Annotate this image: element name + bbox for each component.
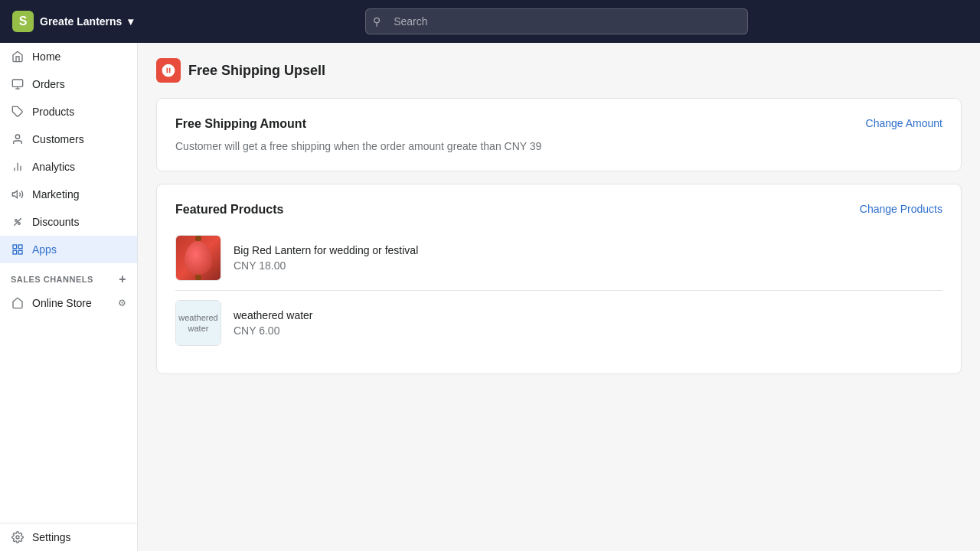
svg-rect-14: [18, 250, 22, 254]
svg-rect-12: [13, 245, 17, 249]
sidebar-item-orders[interactable]: Orders: [0, 70, 137, 98]
layout: Home Orders Products: [0, 43, 980, 551]
products-icon: [11, 105, 24, 119]
apps-icon: [11, 243, 24, 256]
product-thumbnail: weathered water: [175, 300, 221, 346]
svg-rect-0: [12, 80, 22, 86]
product-name: Big Red Lantern for wedding or festival: [234, 244, 942, 256]
sidebar-item-analytics[interactable]: Analytics: [0, 153, 137, 181]
online-store-label: Online Store: [32, 297, 92, 309]
search-icon: ⚲: [373, 15, 381, 28]
topbar: S Greate Lanterns ▾ ⚲: [0, 0, 980, 43]
sidebar-item-discounts[interactable]: Discounts: [0, 208, 137, 236]
svg-point-16: [16, 536, 19, 539]
sidebar-customers-label: Customers: [32, 133, 84, 145]
sidebar-item-marketing[interactable]: Marketing: [0, 181, 137, 208]
app-icon: [156, 58, 181, 83]
sidebar-products-label: Products: [32, 106, 74, 118]
sidebar-item-online-store[interactable]: Online Store ⚙: [0, 289, 137, 317]
svg-point-10: [18, 223, 21, 225]
sidebar-home-label: Home: [32, 51, 60, 63]
product-item: Big Red Lantern for wedding or festival …: [175, 226, 942, 291]
brand-name: Greate Lanterns: [40, 15, 122, 28]
sidebar-apps-label: Apps: [32, 243, 57, 256]
sidebar: Home Orders Products: [0, 43, 138, 551]
svg-rect-13: [18, 245, 22, 249]
sidebar-item-settings[interactable]: Settings: [0, 523, 137, 551]
sales-channels-header: SALES CHANNELS +: [0, 263, 137, 289]
sidebar-orders-label: Orders: [32, 78, 65, 90]
sidebar-item-home[interactable]: Home: [0, 43, 137, 70]
brand-logo[interactable]: S Greate Lanterns ▾: [12, 11, 133, 32]
main-content: Free Shipping Upsell Free Shipping Amoun…: [138, 43, 980, 551]
add-channel-icon[interactable]: +: [119, 272, 126, 286]
settings-icon: [11, 530, 24, 544]
customers-icon: [11, 132, 24, 146]
featured-products-card: Featured Products Change Products Big Re: [156, 184, 962, 374]
product-name: weathered water: [234, 309, 942, 321]
svg-marker-8: [12, 191, 17, 197]
sidebar-analytics-label: Analytics: [32, 161, 75, 173]
sidebar-bottom: Settings: [0, 523, 137, 551]
online-store-icon: [11, 296, 24, 310]
sidebar-discounts-label: Discounts: [32, 216, 79, 228]
featured-products-title: Featured Products: [175, 203, 283, 217]
water-image: weathered water: [176, 301, 220, 345]
product-price: CNY 6.00: [234, 324, 942, 337]
sidebar-item-customers[interactable]: Customers: [0, 126, 137, 153]
svg-point-9: [15, 220, 18, 222]
product-item: weathered water weathered water CNY 6.00: [175, 291, 942, 355]
svg-point-4: [15, 135, 19, 139]
page-title: Free Shipping Upsell: [188, 63, 325, 79]
sales-channels-label: SALES CHANNELS: [11, 275, 93, 284]
search-input[interactable]: [365, 8, 748, 34]
featured-products-header: Featured Products Change Products: [175, 203, 942, 217]
settings-label: Settings: [32, 531, 71, 543]
change-amount-button[interactable]: Change Amount: [866, 117, 942, 129]
search-bar: ⚲: [365, 8, 748, 34]
free-shipping-description: Customer will get a free shipping when t…: [175, 140, 942, 152]
online-store-settings-icon[interactable]: ⚙: [118, 298, 126, 308]
change-products-button[interactable]: Change Products: [860, 203, 942, 215]
svg-rect-15: [13, 250, 17, 254]
lantern-image: [176, 236, 220, 280]
analytics-icon: [11, 160, 24, 174]
product-info: Big Red Lantern for wedding or festival …: [234, 244, 942, 272]
free-shipping-card: Free Shipping Amount Change Amount Custo…: [156, 98, 962, 171]
sidebar-marketing-label: Marketing: [32, 188, 79, 201]
free-shipping-card-header: Free Shipping Amount Change Amount: [175, 117, 942, 131]
orders-icon: [11, 77, 24, 91]
product-price: CNY 18.00: [234, 259, 942, 272]
water-thumb-text: weathered water: [178, 312, 217, 334]
marketing-icon: [11, 187, 24, 201]
product-thumbnail: [175, 235, 221, 281]
product-info: weathered water CNY 6.00: [234, 309, 942, 337]
shopify-icon: S: [12, 11, 34, 32]
home-icon: [11, 50, 24, 64]
brand-caret-icon: ▾: [128, 15, 133, 28]
sidebar-item-apps[interactable]: Apps: [0, 236, 137, 263]
discounts-icon: [11, 215, 24, 229]
free-shipping-title: Free Shipping Amount: [175, 117, 306, 131]
sidebar-item-products[interactable]: Products: [0, 98, 137, 126]
page-header: Free Shipping Upsell: [156, 58, 962, 83]
